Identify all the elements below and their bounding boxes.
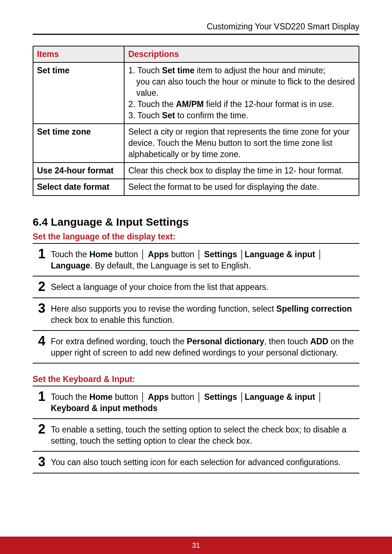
page-footer: 31 — [0, 537, 392, 554]
text: │ — [237, 392, 245, 402]
text: button │ — [113, 392, 148, 402]
subsection-keyboard-title: Set the Keyboard & Input: — [33, 374, 359, 384]
step-number: 3 — [33, 302, 51, 326]
step-row: 1 Touch the Home button │ Apps button │ … — [33, 386, 359, 419]
bold-text: Settings — [204, 392, 237, 402]
bold-text: Home — [89, 392, 113, 402]
text: Touch the — [51, 392, 89, 402]
step-row: 1 Touch the Home button │ Apps button │ … — [33, 244, 359, 276]
desc-date-format: Select the format to be used for display… — [124, 179, 359, 195]
text: 1. Touch — [128, 66, 162, 75]
text: button │ — [113, 250, 148, 259]
step-text: Touch the Home button │ Apps button │ Se… — [51, 390, 359, 414]
step-text: You can also touch setting icon for each… — [51, 455, 359, 468]
step-number: 4 — [33, 335, 51, 358]
text: button │ — [169, 250, 204, 259]
text: item to adjust the hour and minute; — [195, 66, 326, 75]
step-row: 3 Here also supports you to revise the w… — [33, 298, 359, 331]
subsection-language-title: Set the language of the display text: — [33, 232, 359, 242]
bold-text: Apps — [148, 250, 169, 259]
page-header: Customizing Your VSD220 Smart Display — [33, 22, 359, 35]
text: │ — [315, 250, 323, 259]
table-row: Set time 1. Touch Set time item to adjus… — [33, 62, 359, 124]
bold-text: Home — [89, 250, 113, 259]
bold-text: Settings — [204, 250, 237, 259]
table-header-descriptions: Descriptions — [124, 46, 359, 62]
text: field if the 12-hour format is in use. — [204, 99, 334, 109]
bold-text: Spelling correction — [276, 304, 352, 313]
table-row: Select date format Select the format to … — [33, 179, 359, 195]
step-text: For extra defined wording, touch the Per… — [51, 335, 359, 358]
step-row: 2 Select a language of your choice from … — [33, 276, 359, 298]
text: │ — [315, 392, 323, 402]
bold-text: ADD — [310, 337, 328, 346]
text: 3. Touch — [128, 111, 162, 120]
step-row: 4 For extra defined wording, touch the P… — [33, 331, 359, 364]
text: , then touch — [264, 337, 310, 346]
bold-text: Language & input — [245, 392, 315, 402]
table-row: Use 24-hour format Clear this check box … — [33, 163, 359, 179]
text: For extra defined wording, touch the — [51, 337, 187, 346]
bold-text: AM/PM — [176, 99, 204, 109]
text: Touch the — [51, 250, 89, 259]
table-row: Set time zone Select a city or region th… — [33, 124, 359, 163]
bold-text: Keyboard & input methods — [51, 403, 158, 413]
desc-24-hour: Clear this check box to display the time… — [124, 163, 359, 179]
step-row: 2 To enable a setting, touch the setting… — [33, 419, 359, 452]
step-row: 3 You can also touch setting icon for ea… — [33, 452, 359, 473]
text: button │ — [169, 392, 204, 402]
text: Here also supports you to revise the wor… — [51, 304, 276, 313]
text: . By default, the Language is set to Eng… — [90, 261, 251, 270]
page-number: 31 — [192, 541, 200, 549]
step-text: Select a language of your choice from th… — [51, 280, 359, 293]
desc-set-time-zone: Select a city or region that represents … — [124, 124, 359, 163]
bold-text: Language — [51, 261, 90, 270]
text: check box to enable this function. — [51, 315, 174, 325]
desc-set-time: 1. Touch Set time item to adjust the hou… — [124, 62, 359, 124]
step-number: 2 — [33, 280, 51, 293]
step-number: 1 — [33, 247, 51, 271]
bold-text: Language & input — [245, 250, 315, 259]
steps-keyboard: 1 Touch the Home button │ Apps button │ … — [33, 386, 359, 473]
item-24-hour: Use 24-hour format — [33, 163, 124, 179]
text: you can also touch the hour or minute to… — [128, 76, 355, 99]
text: to confirm the time. — [175, 111, 248, 120]
settings-table: Items Descriptions Set time 1. Touch Set… — [33, 46, 359, 196]
section-title: 6.4 Language & Input Settings — [33, 216, 359, 228]
bold-text: Personal dictionary — [187, 337, 264, 346]
bold-text: Apps — [148, 392, 169, 402]
step-text: Here also supports you to revise the wor… — [51, 302, 359, 326]
step-number: 2 — [33, 423, 51, 447]
bold-text: Set — [162, 111, 175, 120]
step-number: 1 — [33, 390, 51, 414]
bold-text: Set time — [162, 66, 194, 75]
item-date-format: Select date format — [33, 179, 124, 195]
item-set-time: Set time — [33, 62, 124, 124]
table-header-items: Items — [33, 46, 124, 62]
step-text: To enable a setting, touch the setting o… — [51, 423, 359, 447]
item-set-time-zone: Set time zone — [33, 124, 124, 163]
step-number: 3 — [33, 455, 51, 468]
text: │ — [237, 250, 245, 259]
step-text: Touch the Home button │ Apps button │ Se… — [51, 247, 359, 271]
text: 2. Touch the — [128, 99, 176, 109]
steps-language: 1 Touch the Home button │ Apps button │ … — [33, 243, 359, 364]
